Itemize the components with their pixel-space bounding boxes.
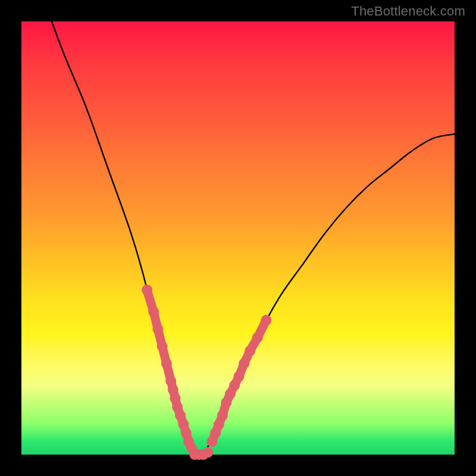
plot-area (21, 21, 455, 455)
chart-svg (21, 21, 455, 455)
curve-marker (261, 315, 271, 325)
bottleneck-curve (52, 21, 455, 456)
chart-frame: TheBottleneck.com (0, 0, 476, 476)
watermark-text: TheBottleneck.com (351, 4, 465, 19)
curve-marker (202, 447, 213, 458)
